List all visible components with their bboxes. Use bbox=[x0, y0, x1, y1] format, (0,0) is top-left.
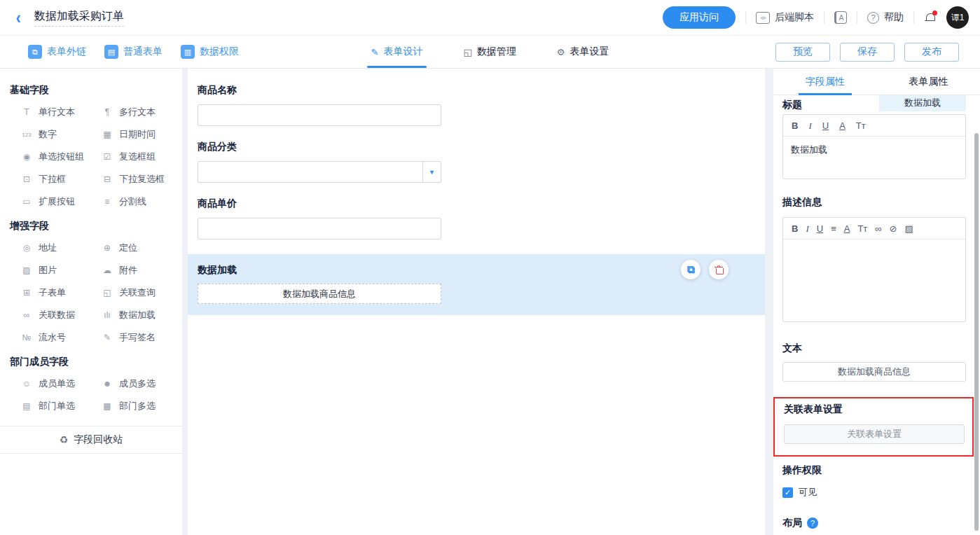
font-size-icon[interactable]: Tᴛ bbox=[857, 224, 867, 233]
panel-tabs: 字段属性 表单属性 bbox=[773, 69, 980, 95]
shortcut-data-permission[interactable]: ▥数据权限 bbox=[181, 45, 239, 59]
header-actions: 应用访问 </> 后端脚本 A ? 帮助 谭1 bbox=[663, 6, 969, 29]
copy-field-button[interactable]: ⧉ bbox=[681, 260, 701, 279]
field-type-item[interactable]: ◎地址 bbox=[21, 237, 102, 259]
notification-bell-icon[interactable] bbox=[924, 12, 937, 24]
link-icon[interactable]: ∞ bbox=[875, 224, 881, 233]
italic-icon[interactable]: I bbox=[806, 224, 808, 233]
description-editor-toolbar: BIU≡ATᴛ∞⊘▨ bbox=[783, 218, 965, 239]
contact-book-icon[interactable]: A bbox=[834, 11, 847, 24]
shortcut-form-external-link[interactable]: ⧉表单外链 bbox=[28, 45, 86, 59]
form-field-data-load-selected[interactable]: 数据加载 数据加载商品信息 ⧉ bbox=[188, 254, 765, 315]
help-icon: ? bbox=[867, 12, 879, 24]
field-type-item[interactable]: ▩部门多选 bbox=[102, 395, 182, 417]
font-color-icon[interactable]: A bbox=[844, 224, 850, 233]
field-type-icon: ✎ bbox=[102, 333, 113, 342]
field-type-label: 部门单选 bbox=[39, 400, 75, 412]
bold-icon[interactable]: B bbox=[792, 224, 798, 233]
field-type-icon: ılı bbox=[102, 310, 113, 320]
field-type-item[interactable]: 123数字 bbox=[21, 123, 102, 146]
field-type-item[interactable]: ◉单选按钮组 bbox=[21, 146, 102, 168]
layout-help-icon[interactable]: ? bbox=[807, 517, 818, 529]
page-title[interactable]: 数据加载采购订单 bbox=[34, 9, 124, 27]
field-type-item[interactable]: ∞关联数据 bbox=[21, 304, 102, 326]
tab-form-settings[interactable]: ⚙表单设置 bbox=[557, 36, 609, 68]
panel-scrollbar[interactable] bbox=[974, 133, 979, 531]
field-library-sidebar: 基础字段T单行文本¶多行文本123数字▦日期时间◉单选按钮组☑复选框组⊡下拉框⊟… bbox=[0, 69, 182, 535]
description-editor-content[interactable] bbox=[783, 239, 965, 321]
underline-icon[interactable]: U bbox=[817, 224, 823, 233]
backend-script-button[interactable]: </> 后端脚本 bbox=[756, 11, 814, 24]
field-type-icon: T bbox=[21, 107, 32, 117]
avatar[interactable]: 谭1 bbox=[946, 6, 969, 29]
linked-form-settings-button[interactable]: 关联表单设置 bbox=[784, 424, 965, 444]
shortcut-normal-form[interactable]: ▤普通表单 bbox=[104, 45, 163, 59]
field-type-item[interactable]: ▨图片 bbox=[21, 259, 102, 282]
field-type-icon: ☻ bbox=[102, 379, 113, 389]
underline-icon[interactable]: U bbox=[822, 121, 829, 130]
field-type-label: 部门多选 bbox=[119, 400, 156, 412]
align-icon[interactable]: ≡ bbox=[831, 224, 836, 233]
field-type-item[interactable]: ☑复选框组 bbox=[102, 146, 182, 168]
field-type-icon: ▦ bbox=[102, 130, 113, 139]
field-type-item[interactable]: ılı数据加载 bbox=[102, 304, 182, 326]
tab-field-properties[interactable]: 字段属性 bbox=[773, 69, 877, 95]
field-type-item[interactable]: ⊞子表单 bbox=[21, 282, 102, 304]
field-type-item[interactable]: ¶多行文本 bbox=[102, 101, 182, 123]
form-field-text[interactable]: 商品单价 bbox=[188, 197, 765, 239]
field-type-item[interactable]: ☻成员多选 bbox=[102, 373, 182, 395]
field-type-item[interactable]: ≡分割线 bbox=[102, 190, 182, 213]
checkbox-checked-icon[interactable]: ✓ bbox=[782, 487, 793, 498]
font-color-icon[interactable]: A bbox=[839, 121, 846, 130]
tab-data-management[interactable]: ◱数据管理 bbox=[463, 36, 516, 68]
panel-body: 标题 数据加载 BIUATᴛ 数据加载 描述信息 BIU≡ATᴛ∞⊘▨ 文本 数… bbox=[773, 95, 980, 535]
field-type-icon: ⊡ bbox=[21, 174, 32, 184]
help-button[interactable]: ? 帮助 bbox=[867, 11, 904, 24]
select-input[interactable]: ▼ bbox=[198, 161, 441, 183]
field-type-item[interactable]: ✎手写签名 bbox=[102, 326, 182, 349]
field-type-icon: ≡ bbox=[102, 197, 113, 207]
field-type-item[interactable]: ▦日期时间 bbox=[102, 123, 182, 146]
field-type-item[interactable]: ⊕定位 bbox=[102, 237, 182, 259]
app-access-button[interactable]: 应用访问 bbox=[663, 6, 736, 29]
layout-section-label: 布局 bbox=[782, 517, 802, 529]
save-button[interactable]: 保存 bbox=[840, 43, 895, 62]
back-icon[interactable]: ‹ bbox=[16, 8, 21, 27]
divider bbox=[745, 11, 746, 24]
field-type-icon: ☁ bbox=[102, 265, 113, 275]
field-type-item[interactable]: ▤部门单选 bbox=[21, 395, 102, 417]
field-type-item[interactable]: №流水号 bbox=[21, 326, 102, 349]
text-input[interactable] bbox=[198, 218, 441, 239]
italic-icon[interactable]: I bbox=[808, 121, 811, 130]
field-type-item[interactable]: T单行文本 bbox=[21, 101, 102, 123]
preview-button[interactable]: 预览 bbox=[775, 43, 830, 62]
field-type-icon: ▩ bbox=[102, 401, 113, 411]
text-value-button[interactable]: 数据加载商品信息 bbox=[782, 362, 966, 382]
image-icon[interactable]: ▨ bbox=[904, 224, 913, 233]
form-field-select[interactable]: 商品分类 ▼ bbox=[188, 141, 765, 183]
field-type-icon: ⊟ bbox=[102, 174, 113, 184]
unlink-icon[interactable]: ⊘ bbox=[890, 224, 897, 233]
field-type-icon: ⊞ bbox=[21, 288, 32, 298]
tab-form-design[interactable]: ✎表单设计 bbox=[371, 36, 423, 68]
data-load-button[interactable]: 数据加载商品信息 bbox=[198, 284, 441, 304]
field-recycle-bin[interactable]: ♻ 字段回收站 bbox=[0, 426, 182, 454]
divider bbox=[824, 11, 824, 24]
title-editor-content[interactable]: 数据加载 bbox=[783, 137, 965, 179]
field-type-item[interactable]: ⊟下拉复选框 bbox=[102, 168, 182, 190]
bold-icon[interactable]: B bbox=[792, 121, 798, 130]
font-size-icon[interactable]: Tᴛ bbox=[856, 121, 866, 130]
linked-form-section-label: 关联表单设置 bbox=[784, 403, 965, 416]
field-type-item[interactable]: ⊡下拉框 bbox=[21, 168, 102, 190]
form-field-text[interactable]: 商品名称 bbox=[188, 84, 765, 126]
field-type-item[interactable]: ☺成员单选 bbox=[21, 373, 102, 395]
field-type-item[interactable]: ▭扩展按钮 bbox=[21, 190, 102, 213]
text-input[interactable] bbox=[198, 104, 441, 126]
publish-button[interactable]: 发布 bbox=[904, 43, 959, 62]
field-type-item[interactable]: ◱关联查询 bbox=[102, 282, 182, 304]
tab-form-properties[interactable]: 表单属性 bbox=[877, 69, 980, 95]
delete-field-button[interactable] bbox=[709, 260, 729, 279]
field-type-item[interactable]: ☁附件 bbox=[102, 259, 182, 282]
visible-checkbox-row[interactable]: ✓ 可见 bbox=[782, 486, 966, 499]
data-management-icon: ◱ bbox=[463, 47, 471, 57]
